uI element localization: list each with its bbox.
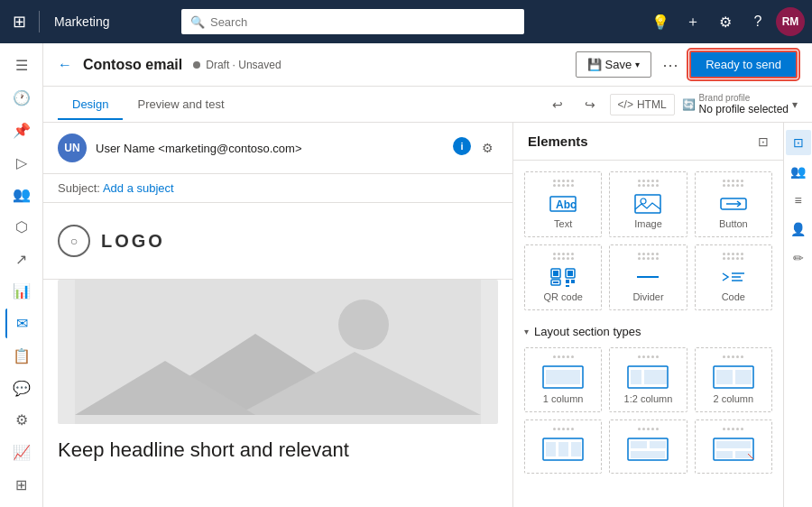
headline-section: Keep headline short and relevant	[43, 424, 512, 476]
svg-rect-18	[553, 281, 558, 283]
button-label: Button	[719, 218, 748, 229]
sidebar-item-segments[interactable]: ⬡	[5, 212, 38, 243]
add-icon[interactable]: ＋	[678, 7, 707, 36]
panel-view-icon[interactable]: ⊡	[758, 134, 769, 149]
far-icon-personalize[interactable]: 👥	[786, 159, 811, 184]
redo-button[interactable]: ↪	[577, 92, 603, 117]
sender-info: User Name <marketing@contoso.com>	[96, 142, 302, 155]
sidebar-item-contacts[interactable]: 👥	[5, 180, 38, 210]
element-code[interactable]: Code	[695, 244, 772, 310]
layout-top-bottom-icon	[626, 437, 669, 462]
grid-icon[interactable]: ⊞	[7, 8, 32, 35]
email-settings-icon[interactable]: ⚙	[476, 137, 498, 159]
svg-rect-29	[631, 370, 641, 384]
tab-preview[interactable]: Preview and test	[123, 90, 238, 120]
element-divider[interactable]: Divider	[609, 244, 687, 310]
far-icon-conditions[interactable]: 👤	[786, 217, 811, 242]
svg-point-1	[338, 300, 389, 350]
html-code-icon: </>	[618, 98, 633, 111]
sidebar-item-settings2[interactable]: ⚙	[5, 405, 38, 436]
element-qr[interactable]: QR code	[524, 244, 602, 310]
sidebar-item-home[interactable]: ☰	[5, 51, 38, 81]
layout-3col-dots	[553, 428, 574, 430]
sidebar-item-reports[interactable]: 📈	[5, 438, 38, 468]
layout-grid: 1 column	[524, 347, 772, 474]
logo-text: LOGO	[101, 231, 165, 252]
layout-12col[interactable]: 1:2 column	[609, 347, 687, 412]
element-button[interactable]: Button	[695, 171, 772, 237]
headline-text: Keep headline short and relevant	[58, 438, 349, 461]
button-dots	[723, 180, 743, 187]
question-icon[interactable]: ?	[743, 7, 772, 36]
qr-label: QR code	[543, 291, 582, 302]
far-icon-list[interactable]: ≡	[786, 188, 811, 213]
draft-badge: Draft · Unsaved	[193, 59, 281, 71]
far-icon-edit[interactable]: ✏	[786, 245, 811, 271]
top-nav: ⊞ Marketing 🔍 💡 ＋ ⚙ ? RM	[0, 0, 812, 43]
layout-1col[interactable]: 1 column	[524, 347, 602, 412]
save-button[interactable]: 💾 Save ▾	[576, 51, 652, 78]
sidebar-item-chat[interactable]: 💬	[5, 373, 38, 403]
brand-profile-selector[interactable]: 🔄 Brand profile No profile selected ▾	[682, 93, 798, 115]
sidebar-item-apps[interactable]: ⊞	[5, 469, 38, 500]
layout-top-bottom[interactable]	[609, 419, 687, 474]
svg-rect-16	[567, 271, 573, 276]
layout-section-label: Layout section types	[534, 325, 641, 338]
sidebar-item-recent[interactable]: 🕐	[5, 83, 38, 114]
svg-rect-32	[716, 370, 733, 384]
qr-dots	[553, 253, 574, 260]
help-lightbulb-icon[interactable]: 💡	[646, 7, 675, 36]
svg-rect-40	[650, 441, 666, 448]
layout-mixed[interactable]	[695, 419, 772, 474]
svg-rect-37	[571, 442, 581, 456]
sidebar-item-email[interactable]: ✉	[5, 309, 38, 339]
sidebar-item-journeys[interactable]: ↗	[5, 244, 38, 274]
svg-rect-27	[546, 370, 580, 384]
layout-mixed-svg	[712, 437, 755, 462]
more-options-button[interactable]: ⋯	[659, 51, 682, 78]
far-icon-elements[interactable]: ⊡	[786, 130, 811, 155]
undo-button[interactable]: ↩	[545, 92, 570, 117]
draft-status: Draft · Unsaved	[206, 59, 281, 71]
layout-1col-svg	[541, 364, 585, 390]
email-sender: UN User Name <marketing@contoso.com>	[58, 134, 302, 162]
layout-2col-dots	[723, 355, 743, 358]
layout-12col-icon	[626, 364, 669, 390]
layout-2col[interactable]: 2 column	[695, 347, 772, 412]
html-button[interactable]: </> HTML	[610, 94, 675, 115]
subject-add-link[interactable]: Add a subject	[103, 181, 174, 195]
layout-2col-icon	[712, 364, 755, 390]
settings-icon[interactable]: ⚙	[711, 7, 740, 36]
element-text[interactable]: Abc Text	[524, 171, 602, 237]
sidebar-item-forms[interactable]: 📋	[5, 340, 38, 371]
layout-section-header[interactable]: ▾ Layout section types	[524, 325, 772, 338]
svg-rect-36	[558, 442, 568, 456]
sidebar-item-analytics[interactable]: 📊	[5, 276, 38, 307]
sidebar-item-pin[interactable]: 📌	[5, 115, 38, 145]
svg-rect-14	[553, 271, 558, 276]
avatar[interactable]: RM	[776, 7, 805, 36]
svg-rect-35	[546, 442, 556, 456]
image-placeholder[interactable]	[58, 280, 498, 424]
layout-1col-icon	[541, 364, 585, 390]
element-image[interactable]: Image	[609, 171, 687, 237]
ready-to-send-button[interactable]: Ready to send	[689, 51, 798, 78]
layout-mixed-dots	[723, 428, 743, 430]
save-chevron-icon: ▾	[635, 60, 640, 69]
subject-row: Subject: Add a subject	[43, 174, 512, 203]
layout-3col[interactable]	[524, 419, 602, 474]
sender-name: User Name <marketing@contoso.com>	[96, 142, 302, 155]
far-right-panel: ⊡ 👥 ≡ 👤 ✏	[783, 123, 812, 507]
layout-3col-svg	[541, 437, 585, 462]
svg-text:Abc: Abc	[556, 198, 577, 211]
svg-rect-43	[716, 441, 751, 448]
sidebar-item-play[interactable]: ▷	[5, 147, 38, 178]
tab-design[interactable]: Design	[58, 90, 123, 120]
app-name: Marketing	[47, 14, 116, 29]
back-button[interactable]: ←	[58, 57, 72, 73]
info-icon[interactable]: i	[453, 137, 471, 155]
logo-circle: ○	[58, 225, 90, 257]
text-element-icon: Abc	[549, 193, 577, 215]
search-input[interactable]	[210, 15, 515, 29]
elements-grid: Abc Text	[524, 171, 772, 310]
